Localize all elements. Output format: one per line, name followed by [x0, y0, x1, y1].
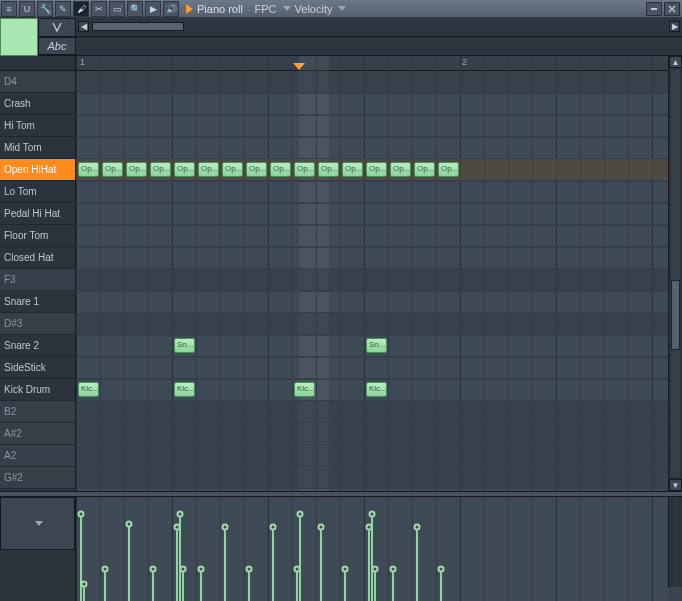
magnet-icon[interactable]: U	[19, 1, 35, 17]
menu-icon[interactable]: ≡	[1, 1, 17, 17]
wrench-icon[interactable]: 🔧	[37, 1, 53, 17]
velocity-handle[interactable]	[390, 566, 397, 573]
scroll-thumb[interactable]	[92, 22, 184, 31]
controller-dropdown[interactable]	[0, 497, 75, 550]
velocity-bar[interactable]	[368, 529, 370, 601]
chevron-down-icon[interactable]	[283, 6, 291, 11]
velocity-bar[interactable]	[248, 571, 250, 601]
chevron-down-icon[interactable]	[338, 6, 346, 11]
resize-handle[interactable]	[668, 587, 682, 601]
velocity-bar[interactable]	[416, 529, 418, 601]
velocity-handle[interactable]	[369, 511, 376, 518]
velocity-bar[interactable]	[296, 571, 298, 601]
pencil-icon[interactable]: ✎	[55, 1, 71, 17]
key-row[interactable]: Floor Tom	[0, 225, 75, 247]
velocity-bar[interactable]	[272, 529, 274, 601]
cut-icon[interactable]: ✂	[91, 1, 107, 17]
key-row[interactable]: B2	[0, 401, 75, 423]
mode-selector[interactable]: Velocity	[295, 3, 333, 15]
minimize-button[interactable]	[646, 2, 662, 16]
note[interactable]: Op...	[78, 162, 99, 177]
velocity-handle[interactable]	[180, 566, 187, 573]
velocity-bar[interactable]	[80, 516, 82, 601]
velocity-handle[interactable]	[150, 566, 157, 573]
note[interactable]: Op...	[102, 162, 123, 177]
vertical-scrollbar[interactable]: ▲ ▼	[668, 56, 682, 491]
velocity-bar[interactable]	[152, 571, 154, 601]
velocity-bar[interactable]	[83, 586, 85, 601]
note[interactable]: Op...	[318, 162, 339, 177]
note[interactable]: Kic...	[174, 382, 195, 397]
velocity-bar[interactable]	[179, 516, 181, 601]
channel-selector[interactable]: FPC	[255, 3, 277, 15]
note[interactable]: Op...	[270, 162, 291, 177]
note[interactable]: Op...	[294, 162, 315, 177]
velocity-bar[interactable]	[128, 526, 130, 601]
note[interactable]: Op...	[174, 162, 195, 177]
note[interactable]: Op...	[150, 162, 171, 177]
vscroll-thumb[interactable]	[671, 280, 680, 350]
key-row[interactable]: SideStick	[0, 357, 75, 379]
name-display-toggle[interactable]: Abc	[38, 37, 76, 56]
key-row[interactable]: Open HiHat	[0, 159, 75, 181]
key-row[interactable]: A2	[0, 445, 75, 467]
select-icon[interactable]: ▭	[109, 1, 125, 17]
close-button[interactable]	[664, 2, 680, 16]
key-row[interactable]: Snare 1	[0, 291, 75, 313]
scroll-up-button[interactable]: ▲	[669, 56, 682, 68]
key-row[interactable]: Mid Tom	[0, 137, 75, 159]
velocity-bar[interactable]	[104, 571, 106, 601]
velocity-handle[interactable]	[270, 524, 277, 531]
key-row[interactable]: Snare 2	[0, 335, 75, 357]
key-row[interactable]: A#2	[0, 423, 75, 445]
key-row[interactable]: D4	[0, 71, 75, 93]
note[interactable]: Op...	[198, 162, 219, 177]
scroll-right-button[interactable]: ▶	[669, 21, 680, 32]
note[interactable]: Kic...	[294, 382, 315, 397]
note[interactable]: Op...	[390, 162, 411, 177]
note[interactable]: Sn...	[174, 338, 195, 353]
velocity-bar[interactable]	[320, 529, 322, 601]
note[interactable]: Op...	[246, 162, 267, 177]
speaker-icon[interactable]: 🔊	[163, 1, 179, 17]
velocity-editor[interactable]	[76, 497, 668, 601]
snap-toggle[interactable]	[38, 18, 76, 37]
brush-icon[interactable]: 🖌	[73, 1, 89, 17]
velocity-handle[interactable]	[342, 566, 349, 573]
velocity-handle[interactable]	[438, 566, 445, 573]
velocity-bar[interactable]	[299, 516, 301, 601]
key-row[interactable]: F3	[0, 269, 75, 291]
key-row[interactable]: Crash	[0, 93, 75, 115]
velocity-handle[interactable]	[198, 566, 205, 573]
velocity-bar[interactable]	[374, 571, 376, 601]
velocity-handle[interactable]	[372, 566, 379, 573]
key-row[interactable]: Pedal Hi Hat	[0, 203, 75, 225]
velocity-handle[interactable]	[297, 511, 304, 518]
scroll-down-button[interactable]: ▼	[669, 479, 682, 491]
key-row[interactable]: Closed Hat	[0, 247, 75, 269]
key-row[interactable]: Hi Tom	[0, 115, 75, 137]
note[interactable]: Op...	[342, 162, 363, 177]
note[interactable]: Kic...	[366, 382, 387, 397]
velocity-handle[interactable]	[222, 524, 229, 531]
key-row[interactable]: G#2	[0, 467, 75, 489]
velocity-bar[interactable]	[200, 571, 202, 601]
velocity-handle[interactable]	[81, 581, 88, 588]
velocity-handle[interactable]	[414, 524, 421, 531]
zoom-icon[interactable]: 🔍	[127, 1, 143, 17]
key-row[interactable]: D#3	[0, 313, 75, 335]
velocity-handle[interactable]	[102, 566, 109, 573]
play-icon[interactable]: ▶	[145, 1, 161, 17]
velocity-handle[interactable]	[126, 521, 133, 528]
note[interactable]: Op...	[126, 162, 147, 177]
velocity-handle[interactable]	[177, 511, 184, 518]
key-row[interactable]: Kick Drum	[0, 379, 75, 401]
note-grid[interactable]: 12 Op...Op...Op...Op...Op...Op...Op...Op…	[76, 56, 668, 491]
note[interactable]: Kic...	[78, 382, 99, 397]
velocity-handle[interactable]	[78, 511, 85, 518]
velocity-bar[interactable]	[440, 571, 442, 601]
note[interactable]: Sn...	[366, 338, 387, 353]
note[interactable]: Op...	[414, 162, 435, 177]
note[interactable]: Op...	[366, 162, 387, 177]
note[interactable]: Op...	[438, 162, 459, 177]
